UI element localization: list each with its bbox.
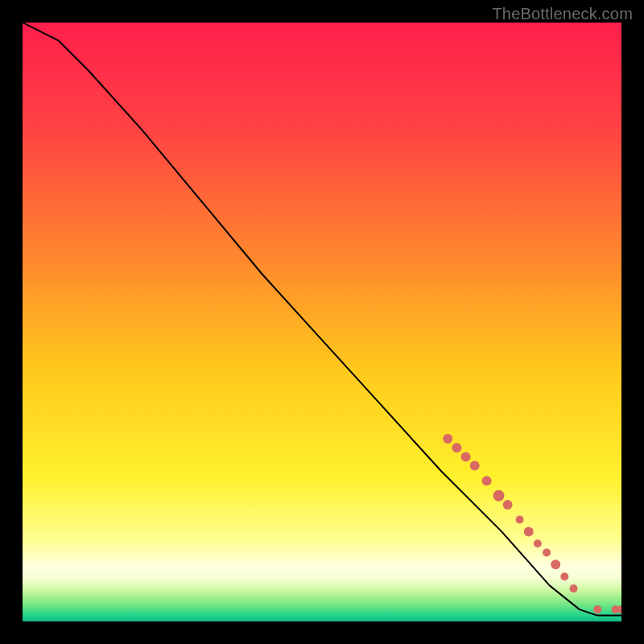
data-marker (443, 434, 452, 444)
data-marker (551, 559, 560, 569)
bottleneck-curve (23, 23, 621, 616)
chart-frame: TheBottleneck.com (0, 0, 644, 644)
data-marker (452, 443, 461, 452)
data-marker (560, 572, 568, 580)
data-marker (543, 548, 551, 556)
data-marker (470, 461, 480, 471)
curve-layer (23, 23, 621, 621)
data-marker (593, 605, 601, 613)
data-marker (524, 526, 534, 536)
data-marker (461, 452, 471, 461)
data-marker (534, 539, 542, 547)
data-marker (570, 584, 578, 592)
marker-group (443, 434, 621, 613)
data-marker (503, 500, 513, 510)
data-marker (516, 516, 524, 524)
data-marker (482, 476, 492, 485)
data-marker (493, 490, 505, 502)
watermark-text: TheBottleneck.com (492, 5, 633, 23)
plot-area (23, 23, 621, 621)
